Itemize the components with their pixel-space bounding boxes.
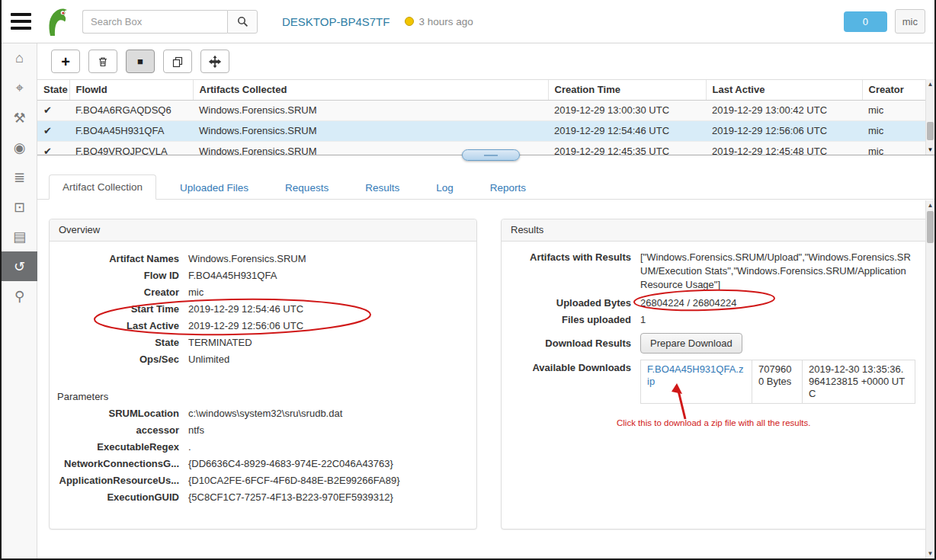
delete-flow-button[interactable] [88, 50, 117, 73]
field-value: Unlimited [188, 351, 229, 368]
content-scrollbar[interactable]: ▲ ▼ [925, 200, 934, 558]
sidebar-item-collection-history[interactable]: ↺ [2, 251, 37, 281]
velociraptor-logo-icon [43, 5, 70, 37]
param-label: accessor [57, 422, 188, 439]
col-last-active[interactable]: Last Active [706, 80, 862, 100]
velociraptor-app-window: DESKTOP-BP4S7TF 3 hours ago 0 mic ⌂ ⌖ ⚒ … [0, 0, 936, 560]
tab-artifact-collection[interactable]: Artifact Collection [49, 174, 156, 200]
tab-log[interactable]: Log [423, 176, 466, 200]
sidebar-item-home[interactable]: ⌂ [2, 43, 37, 73]
download-size: 7079600 Bytes [752, 360, 803, 404]
table-scrollbar[interactable]: ▲ ▼ [925, 79, 934, 155]
user-menu-button[interactable]: mic [895, 9, 925, 34]
col-flowid[interactable]: FlowId [69, 80, 193, 100]
col-creation-time[interactable]: Creation Time [548, 80, 706, 100]
new-collection-button[interactable]: + [51, 50, 80, 73]
scrollbar-thumb[interactable] [927, 122, 934, 140]
col-state[interactable]: State [37, 80, 69, 100]
tab-reports[interactable]: Reports [477, 176, 539, 200]
field-value: 2019-12-29 12:54:46 UTC [188, 301, 303, 318]
param-value: {5C8CF1C7-7257-4F13-B223-970EF5939312} [188, 489, 393, 506]
sidebar-item-tools[interactable]: ⚒ [2, 103, 37, 133]
check-icon: ✔ [43, 146, 52, 155]
stop-flow-button[interactable]: ■ [126, 50, 155, 73]
tab-requests[interactable]: Requests [272, 176, 341, 200]
left-sidebar: ⌂ ⌖ ⚒ ◉ ≣ ⊡ ▤ ↺ ⚲ [2, 43, 37, 558]
param-value: {DD6636C4-8929-4683-974E-22C046A43763} [188, 456, 393, 472]
copy-icon [171, 56, 184, 68]
download-zip-link[interactable]: F.BO4A45H931QFA.zip [647, 363, 743, 387]
download-date: 2019-12-30 13:35:36.964123815 +0000 UTC [803, 360, 915, 404]
scrollbar-thumb[interactable] [927, 211, 934, 243]
flows-toolbar: + ■ [37, 43, 925, 79]
sidebar-item-hunts[interactable]: ⚲ [2, 281, 37, 311]
field-label: Flow ID [57, 267, 188, 284]
field-label: Creator [57, 284, 188, 301]
tab-uploaded-files[interactable]: Uploaded Files [167, 176, 261, 200]
field-label: Available Downloads [509, 360, 640, 376]
hamburger-menu-icon[interactable] [11, 9, 34, 34]
sidebar-item-client-search[interactable]: ⌖ [2, 73, 37, 103]
scroll-down-icon[interactable]: ▼ [926, 145, 934, 155]
client-search [82, 10, 258, 34]
check-icon: ✔ [43, 125, 52, 136]
field-label: Download Results [509, 335, 640, 352]
search-button[interactable] [227, 10, 258, 34]
scroll-up-icon[interactable]: ▲ [926, 200, 934, 210]
cell-creation-time: 2019-12-29 12:45:35 UTC [548, 141, 706, 155]
field-label: State [57, 334, 188, 351]
pane-resize-handle[interactable] [462, 149, 520, 161]
overview-card-title: Overview [50, 219, 476, 242]
results-card: Results Artifacts with Results ["Windows… [501, 219, 931, 530]
parameters-heading: Parameters [57, 391, 469, 402]
cell-creator: mic [862, 120, 928, 141]
hostname-label: DESKTOP-BP4S7TF [282, 15, 389, 28]
cell-artifacts: Windows.Forensics.SRUM [193, 120, 548, 141]
scroll-up-icon[interactable]: ▲ [926, 79, 934, 89]
col-creator[interactable]: Creator [862, 80, 928, 100]
uploaded-bytes-value: 26804224 / 26804224 [640, 295, 737, 312]
cell-flow-id: F.BO4A6RGAQDSQ6 [69, 100, 193, 120]
flows-header-row: State FlowId Artifacts Collected Creatio… [37, 80, 928, 100]
flow-detail-tabs: Artifact Collection Uploaded Files Reque… [37, 173, 934, 200]
param-label: SRUMLocation [57, 405, 188, 422]
prepare-download-button[interactable]: Prepare Download [640, 333, 742, 354]
available-downloads-table: F.BO4A45H931QFA.zip 7079600 Bytes 2019-1… [640, 360, 915, 404]
sidebar-item-host-monitor[interactable]: ⊡ [2, 192, 37, 222]
cell-flow-id: F.BO49VROJPCVLA [69, 141, 193, 155]
field-value: Windows.Forensics.SRUM [188, 251, 306, 267]
sidebar-item-server[interactable]: ≣ [2, 162, 37, 192]
stop-icon: ■ [137, 56, 143, 66]
server-stack-icon: ≣ [14, 169, 25, 186]
notifications-button[interactable]: 0 [844, 11, 887, 32]
trash-icon [97, 56, 109, 68]
cell-creation-time: 2019-12-29 13:00:30 UTC [548, 100, 706, 120]
field-value: TERMINATED [188, 334, 252, 351]
field-label: Artifacts with Results [509, 251, 640, 264]
artifacts-with-results-value: ["Windows.Forensics.SRUM/Upload","Window… [640, 251, 914, 292]
overview-card: Overview Artifact NamesWindows.Forensics… [49, 219, 477, 530]
sidebar-item-overview[interactable]: ◉ [2, 133, 37, 162]
copy-flow-button[interactable] [163, 50, 192, 73]
param-label: NetworkConnectionsG... [57, 456, 188, 472]
binoculars-icon: ⚲ [14, 288, 24, 305]
param-label: ExecutionGUID [57, 489, 188, 506]
param-label: ApplicationResourceUs... [57, 472, 188, 489]
field-value: mic [188, 284, 204, 301]
monitor-icon: ⊡ [14, 199, 25, 216]
cell-creation-time: 2019-12-29 12:54:46 UTC [548, 120, 706, 141]
tab-results[interactable]: Results [352, 176, 412, 200]
field-label: Ops/Sec [57, 351, 188, 368]
col-artifacts[interactable]: Artifacts Collected [193, 80, 548, 100]
field-label: Artifact Names [57, 251, 188, 267]
table-row[interactable]: ✔ F.BO4A6RGAQDSQ6 Windows.Forensics.SRUM… [37, 100, 928, 120]
flows-table: State FlowId Artifacts Collected Creatio… [37, 79, 928, 155]
save-collection-button[interactable] [200, 50, 229, 73]
param-value: {D10CA2FE-6FCF-4F6D-848E-B2E99266FA89} [188, 472, 399, 489]
search-input[interactable] [82, 10, 227, 34]
move-arrows-icon [208, 55, 222, 69]
sidebar-item-file-browser[interactable]: ▤ [2, 222, 37, 251]
param-value: ntfs [188, 422, 204, 439]
table-row-selected[interactable]: ✔ F.BO4A45H931QFA Windows.Forensics.SRUM… [37, 120, 928, 141]
scroll-down-icon[interactable]: ▼ [926, 549, 934, 558]
